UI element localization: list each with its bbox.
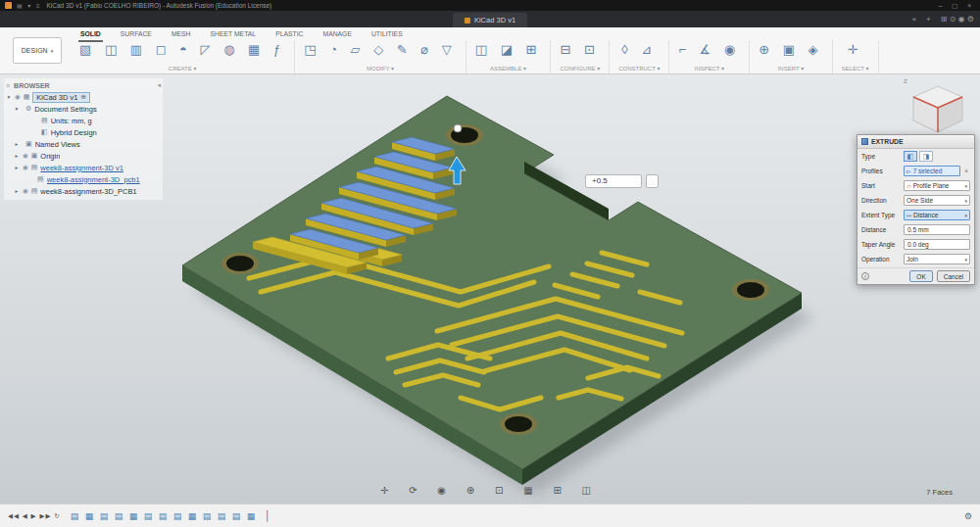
ribbon-group-label[interactable]: CONSTRUCT ▾ (618, 65, 660, 73)
ribbon-group: ◊ ⊿ CONSTRUCT ▾ (610, 40, 669, 73)
browser-item[interactable]: ▤ week8-assignment-3D_pcb1 (6, 173, 161, 185)
browser-item[interactable]: ▸ ◉ ▤ week8-assignment-3D v1 (6, 162, 161, 173)
visibility-eye-icon[interactable]: ◉ (23, 164, 28, 171)
window-title: KiCad 3D v1 (Fabio COELHO RIBEIRO) - Aut… (47, 2, 272, 9)
expand-arrow-icon[interactable]: ▾ (14, 106, 20, 112)
item-icon: ▤ (31, 164, 38, 171)
extrude-icon (861, 138, 868, 145)
document-tab-bar: KiCad 3D v1 × + ⊞ ⊙ ◉ ⚙ (0, 11, 980, 27)
info-icon[interactable]: i (861, 272, 869, 280)
app-icon (5, 2, 12, 9)
ribbon-group: ⊟ ⊡ CONFIGURE ▾ (551, 40, 610, 73)
clear-selection-icon[interactable]: × (962, 168, 970, 174)
ribbon-group-label[interactable]: MODIFY ▾ (367, 65, 394, 73)
workspace-label: DESIGN (22, 47, 48, 54)
tabbar-utility-icons[interactable]: ⊞ ⊙ ◉ ⚙ (941, 15, 974, 24)
ribbon-group-icons[interactable]: ◫ ◪ ⊞ (475, 40, 542, 60)
browser-root-item[interactable]: ▾ ◉ ▦ KiCad 3D v1 ⊕ (6, 91, 161, 103)
ribbon-group-label[interactable]: SELECT ▾ (842, 65, 869, 73)
distance-label: Distance (861, 226, 902, 233)
cancel-button[interactable]: Cancel (937, 270, 970, 282)
extrude-type-thin-icon[interactable]: ◨ (919, 151, 933, 162)
ribbon-group-icons[interactable]: ✛ (848, 40, 863, 60)
chevron-down-icon: ▾ (964, 213, 967, 218)
visibility-eye-icon[interactable]: ◉ (23, 187, 28, 195)
start-label: Start (861, 182, 902, 189)
document-tab[interactable]: KiCad 3D v1 (453, 13, 527, 27)
ribbon-group-label[interactable]: INSPECT ▾ (695, 65, 725, 73)
operation-value: Join (906, 256, 962, 263)
ribbon-group-label[interactable]: CREATE ▾ (169, 65, 197, 73)
expand-arrow-icon[interactable]: ▾ (6, 94, 12, 100)
cursor-icon: ▻ (906, 168, 911, 174)
ribbon-group: ⊕ ▣ ◈ INSERT ▾ (750, 40, 832, 73)
ribbon-group-icons[interactable]: ◊ ⊿ (621, 40, 657, 60)
file-menu-icons[interactable]: ▤ ▾ ≡ (17, 2, 42, 9)
type-row: Type ◧ ◨ (858, 149, 974, 164)
browser-tree: ▾ ⚙ Document Settings ▤ Units: mm, g ◧ (6, 103, 161, 197)
taper-angle-label: Taper Angle (861, 241, 902, 248)
distance-row: Distance 0.5 mm (858, 222, 974, 237)
item-label: Units: mm, g (51, 117, 92, 125)
playback-controls[interactable]: ◀◀ ◀ ▶ ▶▶ ↻ (8, 512, 61, 520)
new-tab-icon[interactable]: + (926, 15, 931, 24)
visibility-eye-icon[interactable]: ◉ (15, 93, 21, 101)
direction-label: Direction (861, 197, 902, 204)
expand-arrow-icon[interactable]: ▸ (14, 165, 20, 170)
direction-value: One Side (906, 197, 962, 204)
operation-label: Operation (861, 256, 902, 263)
browser-item[interactable]: ▾ ⚙ Document Settings (6, 103, 161, 115)
ribbon-group: ▧ ◫ ▥ ◻ ◓ ◸ ◍ ▦ ƒ CREATE ▾ (71, 40, 295, 73)
browser-item[interactable]: ▸ ◉ ▣ Origin (6, 150, 161, 162)
dimension-spinner-box[interactable] (646, 174, 659, 188)
window-controls-icons[interactable]: – ▢ × (939, 2, 975, 10)
browser-grip-icon[interactable]: ≡ (6, 82, 10, 89)
root-selection-box[interactable]: KiCad 3D v1 ⊕ (32, 92, 90, 103)
operation-dropdown[interactable]: Join ▾ (904, 254, 970, 264)
chevron-down-icon: ▾ (964, 198, 967, 204)
browser-item[interactable]: ◧ Hybrid Design (6, 126, 161, 138)
extrude-type-solid-icon[interactable]: ◧ (904, 151, 917, 162)
extent-type-label: Extent Type (861, 212, 902, 218)
start-row: Start ▱ Profile Plane ▾ (858, 178, 974, 193)
ribbon-group-icons[interactable]: ⌐ ∡ ◉ (678, 40, 740, 60)
ribbon-group-label[interactable]: CONFIGURE ▾ (560, 65, 600, 73)
timeline-marker[interactable]: ▏ (267, 510, 274, 521)
manipulator-origin-handle (454, 124, 462, 132)
dialog-title: EXTRUDE (871, 138, 903, 145)
browser-collapse-icon[interactable]: ◂ (157, 81, 161, 89)
timeline-feature-icons[interactable]: ▤ ▦ ▤ ▤ ▦ ▤ ▤ ▤ ▦ ▤ ▤ ▤ ▦ (71, 511, 258, 521)
item-icon: ▤ (31, 187, 38, 195)
ok-button[interactable]: OK (909, 270, 932, 282)
ribbon-group-icons[interactable]: ⊕ ▣ ◈ (759, 40, 822, 60)
expand-arrow-icon[interactable]: ▸ (14, 141, 20, 147)
start-dropdown[interactable]: ▱ Profile Plane ▾ (904, 180, 970, 191)
profiles-selection-chip[interactable]: ▻ 7 selected (904, 166, 960, 176)
ribbon-group-label[interactable]: ASSEMBLE ▾ (490, 65, 526, 73)
ribbon-group-icons[interactable]: ⊟ ⊡ (561, 40, 600, 60)
component-icon: ▦ (24, 93, 30, 101)
browser-item[interactable]: ▸ ▣ Named Views (6, 138, 161, 150)
ribbon-group-icons[interactable]: ◳ ◔ ▱ ◇ ✎ ⌀ ▽ (304, 40, 457, 60)
distance-field[interactable]: 0.5 mm (904, 224, 970, 235)
visibility-eye-icon[interactable]: ◉ (23, 152, 28, 160)
browser-item[interactable]: ▤ Units: mm, g (6, 115, 161, 126)
browser-item[interactable]: ▸ ◉ ▤ week8-assignment-3D_PCB1 (6, 185, 161, 197)
ribbon-group-icons[interactable]: ▧ ◫ ▥ ◻ ◓ ◸ ◍ ▦ ƒ (79, 40, 285, 60)
expand-arrow-icon[interactable]: ▸ (14, 153, 20, 159)
profiles-label: Profiles (861, 168, 902, 174)
dialog-header[interactable]: EXTRUDE (858, 135, 974, 149)
item-label: Hybrid Design (51, 128, 97, 137)
workspace-selector-button[interactable]: DESIGN ▾ (13, 37, 62, 64)
expand-arrow-icon[interactable]: ▸ (14, 188, 20, 194)
close-tab-icon[interactable]: × (911, 15, 916, 24)
root-label: KiCad 3D v1 (36, 93, 77, 102)
taper-angle-field[interactable]: 0.0 deg (904, 239, 970, 250)
distance-value-input[interactable]: +0.5 (585, 174, 642, 188)
timeline-settings-gear-icon[interactable]: ⚙ (964, 511, 972, 521)
extent-type-dropdown[interactable]: ↦ Distance ▾ (904, 210, 970, 220)
ribbon-group-label[interactable]: INSERT ▾ (778, 65, 804, 73)
item-label: week8-assignment-3D_PCB1 (40, 187, 136, 196)
navigation-icons[interactable]: ✛ ⟳ ◉ ⊕ ⊡ ▦ ⊞ ◫ (380, 485, 600, 496)
direction-dropdown[interactable]: One Side ▾ (904, 195, 970, 206)
